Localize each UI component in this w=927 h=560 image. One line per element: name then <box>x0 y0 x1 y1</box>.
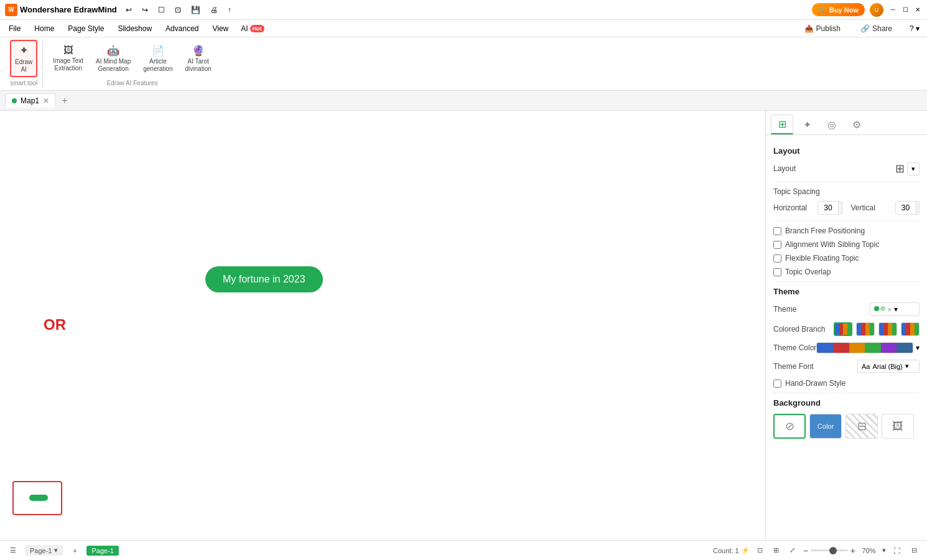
maximize-button[interactable]: ☐ <box>901 6 910 14</box>
panel-tab-location[interactable]: ◎ <box>821 114 843 134</box>
horizontal-down[interactable]: ▼ <box>838 208 842 214</box>
hand-drawn-checkbox[interactable] <box>773 380 781 388</box>
ai-tarot-icon: 🔮 <box>192 45 205 57</box>
branch-option-3[interactable] <box>878 322 897 336</box>
page-active-label: Page-1 <box>91 547 113 554</box>
expand-button[interactable]: ⤢ <box>786 544 799 558</box>
theme-color-control[interactable]: ▾ <box>816 342 920 353</box>
user-avatar[interactable]: U <box>870 3 883 17</box>
theme-preview[interactable]: ≡ ▾ <box>870 302 920 316</box>
panel-tab-sparkle[interactable]: ✦ <box>796 114 818 134</box>
buy-now-label: Buy Now <box>829 6 859 14</box>
theme-color-dropdown-arrow: ▾ <box>916 343 920 352</box>
bg-option-texture[interactable]: ⊟ <box>845 414 878 439</box>
smart-tool-label: smart tool <box>10 77 37 88</box>
horizontal-up[interactable]: ▲ <box>838 202 842 208</box>
bg-none-icon: ⊘ <box>785 419 794 433</box>
page-1-tab-inactive[interactable]: Page-1 ▾ <box>25 545 63 556</box>
theme-dot-green <box>874 306 879 311</box>
layout-label: Layout <box>773 164 796 173</box>
canvas[interactable]: My fortune in 2023 OR <box>0 111 765 540</box>
save-button[interactable]: 💾 <box>187 4 204 16</box>
vertical-up[interactable]: ▲ <box>916 202 920 208</box>
vertical-down[interactable]: ▼ <box>916 208 920 214</box>
theme-font-dropdown[interactable]: Aa Arial (Big) ▾ <box>857 360 920 373</box>
zoom-dropdown[interactable]: ▾ <box>882 546 886 554</box>
page-inactive-label: Page-1 <box>30 547 52 554</box>
layout-dropdown[interactable]: ▾ <box>907 162 920 175</box>
redo-button[interactable]: ↪ <box>138 4 152 16</box>
bg-option-image[interactable]: 🖼 <box>882 414 914 439</box>
page-1-tab-active[interactable]: Page-1 <box>86 546 118 556</box>
fullscreen-button[interactable]: ⛶ <box>890 544 903 558</box>
topic-overlap-checkbox[interactable] <box>773 268 781 276</box>
help-button[interactable]: ? ▾ <box>905 22 925 35</box>
theme-label: Theme <box>773 305 796 314</box>
branch-option-4[interactable] <box>901 322 920 336</box>
tab-add-button[interactable]: + <box>58 95 71 107</box>
zoom-out-button[interactable]: − <box>803 546 808 556</box>
publish-button[interactable]: 📤 Publish <box>797 22 848 35</box>
menu-advanced[interactable]: Advanced <box>159 22 205 35</box>
minimize-button[interactable]: ─ <box>888 6 897 14</box>
title-bar-right: 🛒 Buy Now U ─ ☐ ✕ <box>812 3 922 17</box>
bg-option-color[interactable]: Color <box>809 414 842 439</box>
open-button[interactable]: ⊡ <box>171 4 185 16</box>
menu-slideshow[interactable]: Slideshow <box>111 22 158 35</box>
ai-tarot-button[interactable]: 🔮 AI Tarotdivination <box>180 41 217 77</box>
panel-tab-layout[interactable]: ⊞ <box>771 114 793 134</box>
buy-now-button[interactable]: 🛒 Buy Now <box>812 3 865 16</box>
menu-page-style[interactable]: Page Style <box>62 22 110 35</box>
flexible-floating-checkbox[interactable] <box>773 254 781 263</box>
horizontal-label: Horizontal <box>773 203 814 212</box>
zoom-slider[interactable] <box>811 549 848 551</box>
menu-home[interactable]: Home <box>28 22 60 35</box>
tab-map1[interactable]: Map1 ✕ <box>5 93 56 108</box>
vertical-value[interactable] <box>896 202 916 213</box>
sidebar-toggle[interactable]: ☰ <box>6 544 20 558</box>
color-4 <box>865 343 881 353</box>
topic-spacing-label: Topic Spacing <box>773 187 920 196</box>
canvas-content: My fortune in 2023 OR <box>0 111 765 540</box>
add-page-button[interactable]: + <box>68 544 82 558</box>
toolbar: ✦ EdrawAI smart tool 🖼 Image TextExtract… <box>0 37 927 91</box>
colored-branch-label: Colored Branch <box>773 325 825 334</box>
fit-width-button[interactable]: ⊡ <box>753 544 767 558</box>
image-text-extraction-button[interactable]: 🖼 Image TextExtraction <box>48 41 88 76</box>
bg-option-none[interactable]: ⊘ <box>773 414 806 439</box>
tab-close-button[interactable]: ✕ <box>43 96 49 105</box>
zoom-thumb[interactable] <box>829 547 837 554</box>
mind-map-root-node[interactable]: My fortune in 2023 <box>205 266 323 292</box>
share-button[interactable]: 🔗 Share <box>853 22 900 35</box>
split-view-button[interactable]: ⊟ <box>907 544 921 558</box>
print-button[interactable]: 🖨 <box>207 4 221 16</box>
export-button[interactable]: ↑ <box>224 4 235 16</box>
layout-grid-icon[interactable]: ⊞ <box>895 162 905 175</box>
horizontal-input[interactable]: ▲ ▼ <box>818 201 842 215</box>
fit-page-button[interactable]: ⊞ <box>770 544 783 558</box>
zoom-in-button[interactable]: + <box>850 546 855 556</box>
close-button[interactable]: ✕ <box>913 6 922 14</box>
new-button[interactable]: ☐ <box>154 4 169 16</box>
undo-button[interactable]: ↩ <box>122 4 136 16</box>
page-chevron: ▾ <box>54 546 58 554</box>
article-generation-label: Articlegeneration <box>143 58 172 73</box>
edraw-ai-button[interactable]: ✦ EdrawAI <box>10 40 37 77</box>
branch-option-2[interactable] <box>856 322 875 336</box>
menu-file[interactable]: File <box>2 22 27 35</box>
ai-mind-map-button[interactable]: 🤖 AI Mind MapGeneration <box>91 41 136 77</box>
window-controls: ─ ☐ ✕ <box>888 6 922 14</box>
branch-option-1[interactable] <box>834 322 852 336</box>
vertical-input[interactable]: ▲ ▼ <box>895 201 920 215</box>
panel-tab-settings[interactable]: ⚙ <box>845 114 868 134</box>
app-name: Wondershare EdrawMind <box>20 5 117 14</box>
horizontal-value[interactable] <box>818 202 838 213</box>
branch-free-checkbox[interactable] <box>773 227 781 235</box>
article-generation-button[interactable]: 📄 Articlegeneration <box>138 41 177 77</box>
menu-ai[interactable]: AI Hot <box>236 22 269 35</box>
alignment-sibling-checkbox[interactable] <box>773 241 781 249</box>
topic-overlap-label: Topic Overlap <box>785 268 831 276</box>
hand-drawn-row: Hand-Drawn Style <box>773 379 920 388</box>
menu-view[interactable]: View <box>206 22 235 35</box>
layout-selector[interactable]: ⊞ ▾ <box>895 162 920 175</box>
